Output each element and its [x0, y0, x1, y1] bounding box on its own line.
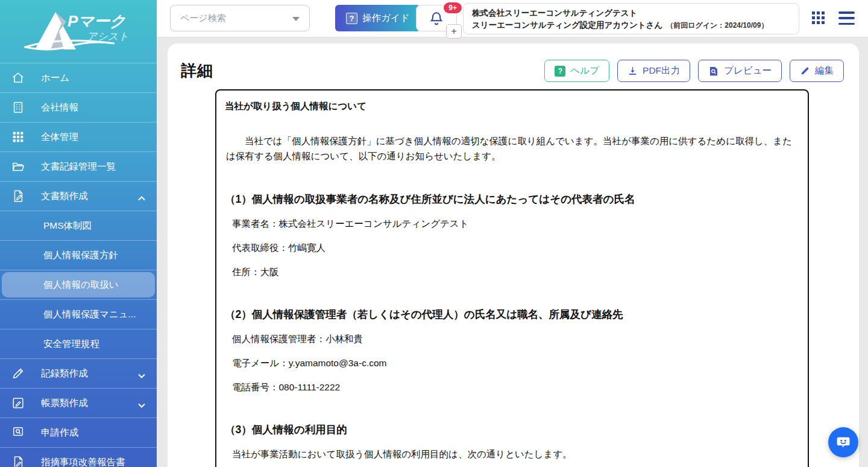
- sidebar-item-label: 会社情報: [41, 101, 78, 114]
- sidebar-item-privacy-policy[interactable]: 個人情報保護方針: [0, 240, 157, 270]
- sidebar-item-pms-diagram[interactable]: PMS体制図: [0, 211, 157, 240]
- sidebar-item-label: 文書記録管理一覧: [41, 160, 116, 173]
- sidebar-item-document-record-list[interactable]: 文書記録管理一覧: [0, 151, 157, 181]
- notification-plus-box[interactable]: +: [446, 24, 462, 39]
- edit-label: 編集: [815, 65, 834, 77]
- notification-badge: 9+: [444, 2, 462, 13]
- preview-button[interactable]: プレビュー: [698, 60, 782, 82]
- logo-mountain-icon: Pマーク アシスト: [24, 4, 145, 62]
- download-icon: [627, 66, 638, 76]
- pencil-icon: [800, 66, 810, 76]
- edit-button[interactable]: 編集: [790, 60, 844, 82]
- section-line: 電話番号：080-1111-2222: [232, 381, 799, 394]
- hamburger-menu-icon[interactable]: [838, 11, 855, 25]
- section-line: 当社が事業活動において取扱う個人情報の利用目的は、次の通りといたします。: [232, 448, 799, 461]
- building-icon: [11, 100, 25, 115]
- bell-icon: [429, 10, 444, 26]
- sidebar-item-label: 文書類作成: [41, 190, 88, 203]
- preview-label: プレビュー: [724, 65, 772, 77]
- section-line: 住所：大阪: [232, 266, 799, 279]
- folder-icon: [11, 159, 25, 174]
- pdf-export-button[interactable]: PDF出力: [617, 60, 690, 82]
- operation-guide-button[interactable]: ? 操作ガイド: [335, 5, 421, 31]
- sidebar-item-label: 個人情報保護マニュ...: [43, 308, 136, 321]
- square-pencil-icon: [11, 396, 25, 410]
- sidebar-item-record-creation[interactable]: 記録類作成: [0, 358, 157, 388]
- sidebar-item-label: 全体管理: [41, 131, 78, 144]
- sidebar-item-form-creation[interactable]: 帳票類作成: [0, 388, 157, 418]
- chevron-up-icon: [137, 193, 146, 204]
- document-intro: 当社では「個人情報保護方針」に基づき個人情報の適切な保護に取り組んでいます。当社…: [226, 133, 798, 164]
- toolbar: ? ヘルプ PDF出力 プレビュー: [544, 60, 844, 82]
- section-line: 代表取締役：竹嶋寛人: [232, 242, 799, 255]
- sidebar-item-label: 安全管理規程: [43, 338, 99, 351]
- notification-button[interactable]: 9+ +: [416, 5, 457, 31]
- section-line: 事業者名：株式会社スリーエーコンサルティングテスト: [232, 218, 799, 230]
- account-company: 株式会社スリーエーコンサルティングテスト: [472, 8, 790, 19]
- content-panel: 詳細 ? ヘルプ PDF出力 プレビュー: [168, 43, 859, 467]
- sidebar-item-label: PMS体制図: [43, 220, 92, 232]
- sidebar-item-personal-info-handling[interactable]: 個人情報の取扱い: [0, 270, 157, 299]
- document-section-2: （2）個人情報保護管理者（若しくはその代理人）の氏名又は職名、所属及び連絡先 個…: [225, 307, 799, 394]
- help-button[interactable]: ? ヘルプ: [544, 60, 609, 82]
- section-heading: （2）個人情報保護管理者（若しくはその代理人）の氏名又は職名、所属及び連絡先: [225, 307, 799, 322]
- section-line: 個人情報保護管理者：小林和貴: [232, 333, 799, 346]
- sidebar-item-home[interactable]: ホーム: [0, 63, 157, 92]
- document-section-1: （1）個人情報の取扱事業者の名称及び住所並びに法人にあたってはその代表者の氏名 …: [225, 192, 799, 279]
- sidebar-item-safety-management-rules[interactable]: 安全管理規程: [0, 329, 157, 358]
- operation-guide-label: 操作ガイド: [362, 12, 410, 25]
- question-icon: ?: [555, 66, 565, 77]
- document-edit-icon: [11, 189, 25, 203]
- topbar: ページ検索 ? 操作ガイド 9+ + 株式会社スリーエーコンサルティングテスト …: [157, 0, 868, 37]
- pdf-export-label: PDF出力: [643, 65, 680, 77]
- sidebar-item-company-info[interactable]: 会社情報: [0, 92, 157, 122]
- page-background: 詳細 ? ヘルプ PDF出力 プレビュー: [157, 37, 868, 467]
- section-heading: （1）個人情報の取扱事業者の名称及び住所並びに法人にあたってはその代表者の氏名: [225, 192, 799, 206]
- sidebar-item-overall-management[interactable]: 全体管理: [0, 122, 157, 151]
- page-search-select[interactable]: ページ検索: [170, 5, 310, 31]
- preview-icon: [708, 66, 719, 77]
- sidebar-item-improvement-report[interactable]: 指摘事項改善報告書: [0, 447, 157, 467]
- chat-support-button[interactable]: [828, 427, 858, 457]
- document-section-3: （3）個人情報の利用目的 当社が事業活動において取扱う個人情報の利用目的は、次の…: [225, 422, 799, 467]
- svg-text:アシスト: アシスト: [87, 31, 129, 42]
- document-search-icon: [11, 425, 25, 440]
- chevron-down-icon: [137, 370, 146, 381]
- sidebar-item-label: 個人情報の取扱い: [43, 279, 119, 291]
- chat-smiley-icon: [835, 434, 851, 450]
- sidebar: Pマーク アシスト ホーム 会社情報 全体管理 文書記録管理一覧 文書類作成: [0, 0, 157, 467]
- app-logo[interactable]: Pマーク アシスト: [0, 0, 157, 63]
- sidebar-item-label: 帳票類作成: [41, 397, 88, 410]
- pencil-icon: [11, 366, 25, 381]
- account-info[interactable]: 株式会社スリーエーコンサルティングテスト スリーエーコンサルティング設定用アカウ…: [463, 3, 799, 34]
- account-last-login: （前回ログイン：2024/10/09）: [666, 20, 768, 31]
- app-grid-menu-icon[interactable]: [811, 11, 826, 25]
- sidebar-item-privacy-manual[interactable]: 個人情報保護マニュ...: [0, 299, 157, 329]
- chevron-down-icon: [137, 400, 146, 411]
- section-heading: （3）個人情報の利用目的: [225, 422, 799, 437]
- sidebar-item-label: ホーム: [41, 72, 69, 84]
- account-user: スリーエーコンサルティング設定用アカウントさん: [472, 19, 662, 31]
- document-write-icon: [11, 455, 25, 467]
- question-icon: ?: [346, 13, 357, 24]
- section-line: 電子メール：y.yamamoto@3a-c.com: [232, 357, 799, 370]
- grid-icon: [11, 130, 25, 144]
- sidebar-item-label: 個人情報保護方針: [43, 249, 118, 262]
- sidebar-item-label: 申請作成: [41, 427, 78, 439]
- page-search-placeholder: ページ検索: [180, 13, 226, 24]
- home-icon: [11, 71, 25, 85]
- sidebar-item-label: 指摘事項改善報告書: [41, 456, 125, 467]
- sidebar-item-application-creation[interactable]: 申請作成: [0, 418, 157, 447]
- document-title: 当社が取り扱う個人情報について: [225, 100, 799, 113]
- chevron-down-icon: [292, 17, 300, 21]
- document-content: 当社が取り扱う個人情報について 当社では「個人情報保護方針」に基づき個人情報の適…: [215, 89, 809, 467]
- page-title: 詳細: [181, 60, 213, 81]
- sidebar-item-label: 記録類作成: [41, 367, 88, 380]
- svg-text:Pマーク: Pマーク: [68, 12, 126, 30]
- sidebar-item-document-creation[interactable]: 文書類作成: [0, 181, 157, 211]
- help-label: ヘルプ: [570, 65, 599, 77]
